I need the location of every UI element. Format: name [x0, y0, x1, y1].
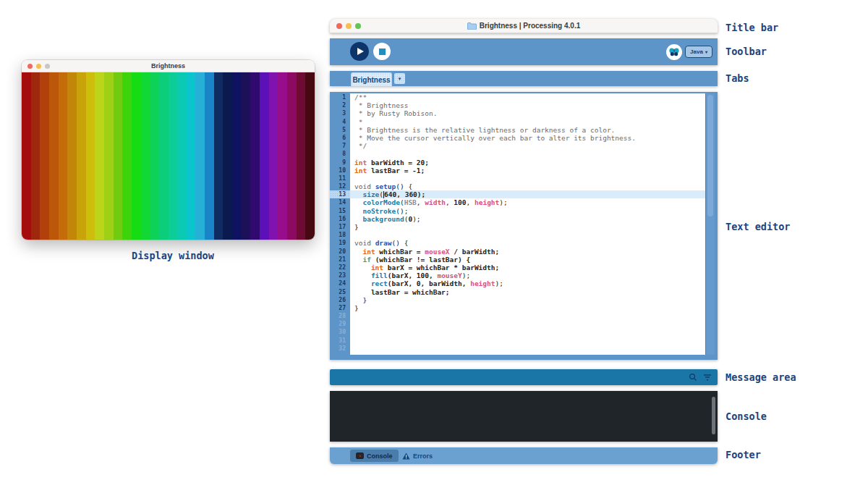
- gutter-line-number: 18: [330, 231, 350, 239]
- code-token: 100: [454, 198, 466, 206]
- display-window-title-bar[interactable]: Brightness: [22, 60, 315, 72]
- stop-button[interactable]: [373, 43, 391, 60]
- gutter-line-number: 14: [330, 198, 350, 206]
- editor-code[interactable]: /** * Brightness * by Rusty Robison. * *…: [350, 93, 705, 355]
- console-scrollbar-thumb[interactable]: [712, 397, 715, 434]
- code-token: setup: [375, 182, 396, 190]
- code-line[interactable]: lastBar = whichBar;: [350, 288, 705, 296]
- color-bar: [223, 72, 232, 240]
- editor-scrollbar[interactable]: [705, 93, 715, 355]
- mode-label: Java: [690, 49, 703, 55]
- ide-console[interactable]: [330, 391, 718, 442]
- warning-icon: [402, 452, 410, 460]
- code-line[interactable]: [350, 150, 705, 158]
- code-line[interactable]: }: [350, 296, 705, 304]
- color-bar: [269, 72, 278, 240]
- code-line[interactable]: int barX = whichBar * barWidth;: [350, 264, 705, 271]
- gutter-line-number: 19: [330, 239, 350, 247]
- color-bar: [141, 72, 150, 240]
- code-token: }: [354, 304, 359, 312]
- code-line[interactable]: [350, 174, 705, 182]
- code-line[interactable]: */: [350, 142, 705, 150]
- color-bar: [250, 72, 260, 240]
- code-line[interactable]: }: [350, 223, 705, 231]
- gutter-line-number: 11: [330, 174, 350, 182]
- code-line[interactable]: int whichBar = mouseX / barWidth;: [350, 248, 705, 256]
- color-bar: [187, 72, 196, 240]
- annotation-console: Console: [726, 411, 767, 422]
- gutter-line-number: 26: [330, 296, 350, 304]
- gutter-line-number: 5: [330, 126, 350, 134]
- color-bar: [31, 72, 41, 240]
- code-line[interactable]: * Move the cursor vertically over each b…: [350, 134, 705, 142]
- color-bar: [287, 72, 297, 240]
- footer-console-tab[interactable]: › Console: [350, 450, 399, 462]
- ide-title-bar[interactable]: Brightness | Processing 4.0.1: [330, 19, 718, 33]
- code-line[interactable]: [350, 320, 705, 328]
- code-token: }: [354, 296, 367, 304]
- footer-errors-tab[interactable]: Errors: [402, 450, 433, 462]
- code-line[interactable]: colorMode(HSB, width, 100, height);: [350, 198, 705, 206]
- code-line[interactable]: background(0);: [350, 215, 705, 223]
- gutter-line-number: 23: [330, 271, 350, 279]
- code-token: fill: [371, 271, 388, 279]
- editor-scrollbar-thumb[interactable]: [707, 95, 713, 216]
- code-token: [354, 207, 362, 215]
- code-line[interactable]: * by Rusty Robison.: [350, 109, 705, 117]
- code-token: );: [499, 198, 507, 206]
- stop-icon: [379, 49, 386, 55]
- code-token: size: [362, 190, 379, 198]
- color-bar: [150, 72, 159, 240]
- code-line[interactable]: noStroke();: [350, 207, 705, 215]
- search-icon[interactable]: [689, 373, 697, 382]
- code-token: * Brightness is the relative lightness o…: [354, 126, 615, 134]
- mode-selector[interactable]: Java ▾: [685, 46, 712, 58]
- code-token: );: [462, 271, 470, 279]
- color-bar: [159, 72, 169, 240]
- code-line[interactable]: void setup() {: [350, 182, 705, 190]
- code-line[interactable]: [350, 328, 705, 336]
- code-line[interactable]: *: [350, 118, 705, 126]
- debug-button[interactable]: [666, 44, 682, 60]
- code-line[interactable]: }: [350, 304, 705, 312]
- code-token: );: [412, 215, 420, 223]
- code-line[interactable]: if (whichBar != lastBar) {: [350, 256, 705, 264]
- color-bar: [59, 72, 68, 240]
- code-token: barWidth = 20;: [367, 159, 429, 167]
- gutter-line-number: 28: [330, 312, 350, 320]
- annotation-display-window: Display window: [132, 250, 214, 261]
- code-token: [354, 190, 362, 198]
- code-token: mouseX: [425, 248, 449, 256]
- color-bar: [297, 72, 306, 240]
- gutter-line-number: 16: [330, 215, 350, 223]
- code-line[interactable]: * Brightness is the relative lightness o…: [350, 126, 705, 134]
- code-line[interactable]: int lastBar = -1;: [350, 167, 705, 174]
- code-line[interactable]: int barWidth = 20;: [350, 159, 705, 167]
- color-bar: [40, 72, 49, 240]
- code-line[interactable]: fill(barX, 100, mouseY);: [350, 271, 705, 279]
- display-canvas[interactable]: [22, 72, 315, 240]
- code-line[interactable]: [350, 345, 705, 353]
- code-line[interactable]: [350, 337, 705, 345]
- code-line[interactable]: [350, 231, 705, 239]
- tab-menu-button[interactable]: ▾: [394, 73, 405, 84]
- code-line[interactable]: void draw() {: [350, 239, 705, 247]
- run-button[interactable]: [350, 42, 369, 61]
- code-token: (whichBar != lastBar) {: [371, 256, 470, 264]
- footer-errors-label: Errors: [413, 452, 433, 460]
- gutter-line-number: 31: [330, 337, 350, 345]
- code-token: HSB: [404, 198, 417, 206]
- code-line[interactable]: rect(barX, 0, barWidth, height);: [350, 279, 705, 287]
- clear-console-icon[interactable]: [703, 373, 712, 382]
- code-line[interactable]: * Brightness: [350, 101, 705, 109]
- tab-brightness[interactable]: Brightness: [351, 72, 392, 86]
- code-token: [354, 256, 362, 264]
- code-token: 640, 360);: [384, 190, 425, 198]
- code-line[interactable]: /**: [350, 93, 705, 101]
- gutter-line-number: 25: [330, 288, 350, 296]
- chevron-down-icon: ▾: [399, 76, 401, 82]
- code-token: height: [470, 279, 495, 287]
- code-line[interactable]: size(640, 360);: [350, 190, 705, 198]
- gutter-line-number: 32: [330, 345, 350, 353]
- code-line[interactable]: [350, 312, 705, 320]
